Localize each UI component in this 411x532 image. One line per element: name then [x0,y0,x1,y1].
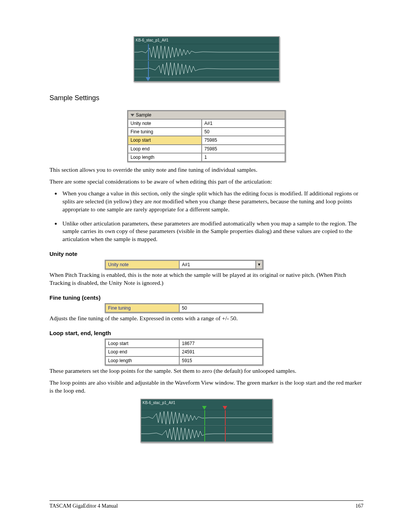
row-value[interactable]: 18677 [179,339,263,348]
heading-sample-settings: Sample Settings [49,93,363,102]
dropdown-button[interactable]: ▼ [256,260,263,269]
row-label: Loop start [128,136,202,144]
row-value[interactable]: 50 [202,128,285,136]
table-row[interactable]: Fine tuning 50 [128,128,285,136]
waveform-label: KB-6_stac_p1_A#1 [141,399,272,406]
row-label: Loop end [128,145,202,153]
table-row[interactable]: Unity note A#1 ▼ [105,260,263,269]
row-value[interactable]: A#1 [202,119,285,128]
row-value[interactable]: 5915 [179,356,263,365]
row-label: Loop length [128,153,202,161]
row-label: Fine tuning [105,304,179,312]
list-item: Unlike other articulation parameters, th… [61,220,363,244]
waveform-view-top: KB-6_stac_p1_A#1 [134,36,280,82]
table-row[interactable]: Loop end 24591 [105,348,263,356]
body-paragraph: There are some special considerations to… [49,178,363,186]
table-row[interactable]: Loop length 5915 [105,356,263,365]
body-paragraph: Adjusts the fine tuning of the sample. E… [49,315,363,323]
row-label: Loop start [105,339,179,348]
row-value[interactable]: 75985 [202,136,285,144]
sample-table-header[interactable]: Sample [128,111,202,119]
sample-settings-table: Sample Unity note A#1 Fine tuning 50 Loo… [127,110,286,162]
table-row[interactable]: Loop end 75985 [128,145,285,153]
loop-end-marker-icon[interactable] [223,406,227,410]
footer-rule [49,500,363,501]
waveform-label: KB-6_stac_p1_A#1 [134,37,279,44]
row-value[interactable]: 24591 [179,348,263,356]
heading-unity-note: Unity note [49,250,363,258]
row-label: Fine tuning [128,128,202,136]
page-number: 167 [355,503,363,510]
waveform-channel-right [141,426,272,442]
row-label: Unity note [105,260,179,269]
table-row[interactable]: Unity note A#1 [128,119,285,128]
waveform-channel-right [134,61,279,77]
row-label: Loop length [105,356,179,365]
row-value[interactable]: 75985 [202,145,285,153]
footer-title: TASCAM GigaEditor 4 Manual [49,503,118,510]
row-label: Unity note [128,119,202,128]
row-value[interactable]: 1 [202,153,285,161]
loop-table: Loop start 18677 Loop end 24591 Loop len… [105,339,263,366]
table-row[interactable]: Fine tuning 50 [105,304,263,312]
row-label: Loop end [105,348,179,356]
collapse-triangle-icon[interactable] [131,114,134,117]
body-paragraph: These parameters set the loop points for… [49,367,363,375]
fine-tuning-field: Fine tuning 50 [105,303,263,313]
body-paragraph: The loop points are also visible and adj… [49,379,363,395]
list-item: When you change a value in this section,… [61,190,363,214]
waveform-channel-left [141,410,272,426]
heading-loop: Loop start, end, length [49,329,363,337]
body-paragraph: When Pitch Tracking is enabled, this is … [49,271,363,287]
waveform-view-bottom: KB-6_stac_p1_A#1 [140,399,273,443]
waveform-channel-left [134,44,279,61]
body-paragraph: This section allows you to override the … [49,166,363,174]
considerations-list: When you change a value in this section,… [61,190,363,244]
table-row[interactable]: Loop start 75985 [128,136,285,144]
loop-start-marker-icon[interactable] [202,406,207,410]
heading-fine-tuning: Fine tuning (cents) [49,294,363,302]
unity-note-field: Unity note A#1 ▼ [105,260,263,270]
row-value[interactable]: A#1 [179,260,256,269]
table-row[interactable]: Loop start 18677 [105,339,263,348]
table-row[interactable]: Loop length 1 [128,153,285,161]
row-value[interactable]: 50 [179,304,263,312]
